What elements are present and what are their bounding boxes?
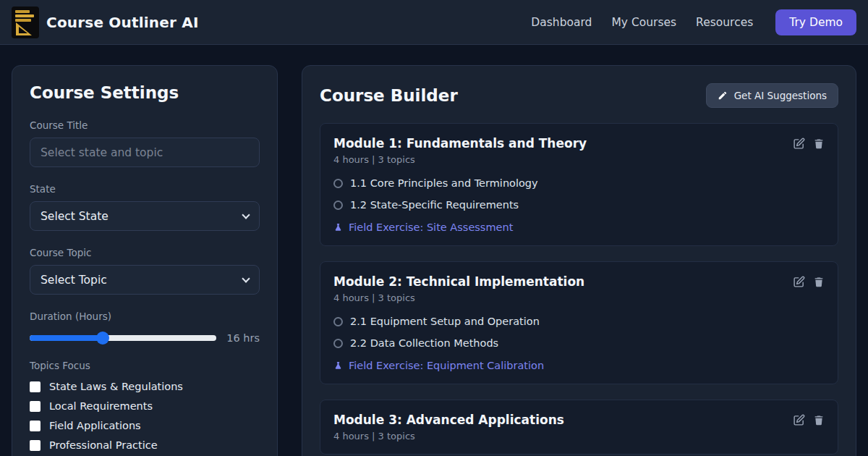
checkbox-icon[interactable] [30, 401, 41, 412]
topic-label: 2.2 Data Collection Methods [350, 337, 498, 349]
ai-button-label: Get AI Suggestions [734, 90, 827, 101]
flask-icon [333, 360, 343, 371]
duration-label: Duration (Hours) [30, 311, 260, 322]
topic-select-wrap: Select Topic [30, 265, 260, 295]
try-demo-button[interactable]: Try Demo [775, 9, 856, 35]
field-exercise-label: Field Exercise: Equipment Calibration [349, 360, 544, 371]
brand-logo-icon [12, 7, 39, 38]
module-card-2: Module 2: Technical Implementation 4 hou… [320, 261, 838, 384]
focus-option-label: Field Applications [49, 420, 141, 431]
module-card-3: Module 3: Advanced Applications 4 hours … [320, 400, 838, 455]
main-content: Course Settings Course Title State Selec… [0, 45, 868, 456]
course-title-input[interactable] [30, 138, 260, 167]
state-label: State [30, 183, 260, 195]
topic-item[interactable]: 1.1 Core Principles and Terminology [333, 177, 825, 189]
builder-title: Course Builder [320, 86, 458, 105]
topics-focus-label: Topics Focus [30, 360, 260, 371]
topic-item[interactable]: 2.1 Equipment Setup and Operation [333, 316, 825, 327]
focus-option-local-requirements[interactable]: Local Requirements [30, 400, 260, 412]
checkbox-icon[interactable] [30, 381, 41, 392]
duration-slider-row: 16 hrs [30, 332, 260, 344]
focus-option-state-laws[interactable]: State Laws & Regulations [30, 381, 260, 392]
nav-link-dashboard[interactable]: Dashboard [531, 16, 592, 29]
delete-module-icon[interactable] [813, 414, 825, 426]
checkbox-icon[interactable] [30, 440, 41, 451]
module-title: Module 2: Technical Implementation [333, 274, 584, 289]
duration-slider-thumb[interactable] [96, 332, 109, 345]
topic-item[interactable]: 2.2 Data Collection Methods [333, 337, 825, 349]
focus-option-professional-practice[interactable]: Professional Practice [30, 439, 260, 451]
course-builder-panel: Course Builder Get AI Suggestions Module… [302, 65, 856, 456]
brand-name: Course Outliner AI [46, 14, 199, 31]
module-meta: 4 hours | 3 topics [333, 154, 587, 165]
flask-icon [333, 222, 343, 233]
nav-link-my-courses[interactable]: My Courses [611, 16, 676, 29]
module-meta: 4 hours | 3 topics [333, 292, 584, 303]
course-settings-panel: Course Settings Course Title State Selec… [12, 65, 278, 456]
module-card-1: Module 1: Fundamentals and Theory 4 hour… [320, 123, 838, 246]
focus-option-label: Local Requirements [49, 400, 153, 412]
edit-module-icon[interactable] [793, 138, 805, 150]
get-ai-suggestions-button[interactable]: Get AI Suggestions [706, 83, 838, 108]
settings-title: Course Settings [30, 83, 260, 102]
focus-option-field-applications[interactable]: Field Applications [30, 420, 260, 431]
navbar: Course Outliner AI Dashboard My Courses … [0, 0, 868, 45]
topic-label: 1.1 Core Principles and Terminology [350, 177, 538, 189]
brand[interactable]: Course Outliner AI [12, 7, 199, 38]
edit-module-icon[interactable] [793, 276, 805, 288]
topic-item[interactable]: 1.2 State-Specific Requirements [333, 199, 825, 211]
edit-module-icon[interactable] [793, 414, 805, 426]
module-title: Module 1: Fundamentals and Theory [333, 136, 587, 151]
topic-label: 2.1 Equipment Setup and Operation [350, 316, 540, 327]
duration-slider-fill [30, 335, 103, 341]
state-select-wrap: Select State [30, 201, 260, 231]
topic-bullet-icon [333, 339, 343, 348]
state-select[interactable]: Select State [30, 201, 260, 231]
delete-module-icon[interactable] [813, 276, 825, 288]
pencil-icon [718, 90, 728, 101]
delete-module-icon[interactable] [813, 138, 825, 150]
topic-select[interactable]: Select Topic [30, 265, 260, 295]
focus-option-label: Professional Practice [49, 439, 158, 451]
nav-link-resources[interactable]: Resources [696, 16, 753, 29]
topic-label: 1.2 State-Specific Requirements [350, 199, 519, 211]
field-exercise-label: Field Exercise: Site Assessment [349, 221, 513, 233]
module-title: Module 3: Advanced Applications [333, 413, 564, 427]
nav-links: Dashboard My Courses Resources Try Demo [531, 9, 856, 35]
topic-bullet-icon [333, 317, 343, 326]
field-exercise-link[interactable]: Field Exercise: Equipment Calibration [333, 360, 825, 371]
duration-slider[interactable] [30, 335, 216, 341]
duration-value: 16 hrs [216, 332, 260, 344]
checkbox-icon[interactable] [30, 421, 41, 431]
focus-option-label: State Laws & Regulations [49, 381, 183, 392]
course-title-label: Course Title [30, 119, 260, 131]
field-exercise-link[interactable]: Field Exercise: Site Assessment [333, 221, 825, 233]
course-topic-label: Course Topic [30, 247, 260, 258]
topic-bullet-icon [333, 200, 343, 210]
module-meta: 4 hours | 3 topics [333, 431, 564, 442]
topic-bullet-icon [333, 179, 343, 188]
